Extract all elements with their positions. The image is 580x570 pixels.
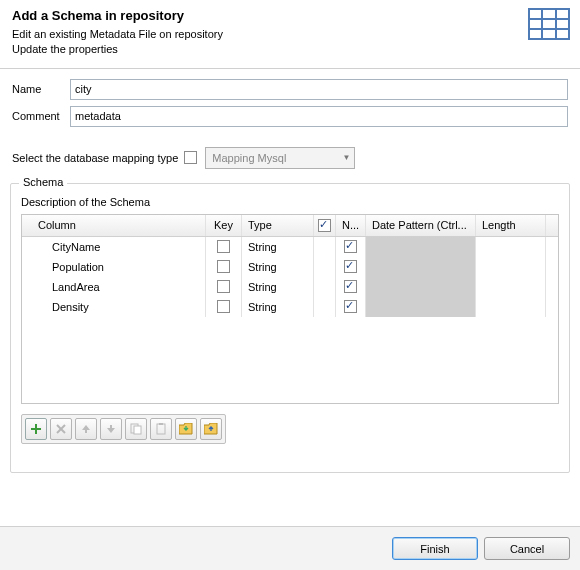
comment-label: Comment <box>12 110 70 122</box>
mapping-combo-value: Mapping Mysql <box>212 152 286 164</box>
cell-empty <box>314 277 336 297</box>
cancel-button[interactable]: Cancel <box>484 537 570 560</box>
schema-group: Schema Description of the Schema Column … <box>10 183 570 473</box>
mapping-label: Select the database mapping type <box>12 152 178 164</box>
cell-type: String <box>242 297 314 317</box>
comment-input[interactable] <box>70 106 568 127</box>
svg-rect-6 <box>31 428 41 430</box>
move-down-button[interactable] <box>100 418 122 440</box>
table-row[interactable]: CityName String <box>22 237 558 257</box>
dialog-footer: Finish Cancel <box>0 526 580 570</box>
import-button[interactable] <box>175 418 197 440</box>
cell-empty <box>314 237 336 257</box>
schema-description: Description of the Schema <box>21 196 559 208</box>
cell-column: LandArea <box>22 277 206 297</box>
table-header: Column Key Type N... Date Pattern (Ctrl.… <box>22 215 558 237</box>
svg-rect-12 <box>159 423 163 425</box>
dialog-subtitle-1: Edit an existing Metadata File on reposi… <box>12 27 568 42</box>
table-row[interactable]: Population String <box>22 257 558 277</box>
cell-key[interactable] <box>206 297 242 317</box>
dialog-subtitle-2: Update the properties <box>12 42 568 57</box>
col-header-n-check[interactable] <box>314 215 336 236</box>
cell-column: Population <box>22 257 206 277</box>
cell-type: String <box>242 237 314 257</box>
cell-key[interactable] <box>206 257 242 277</box>
svg-rect-10 <box>134 426 141 434</box>
name-input[interactable] <box>70 79 568 100</box>
cell-len[interactable] <box>476 257 546 277</box>
export-button[interactable] <box>200 418 222 440</box>
cell-type: String <box>242 277 314 297</box>
schema-toolbar <box>21 414 226 444</box>
grid-icon <box>528 8 570 40</box>
svg-rect-11 <box>157 424 165 434</box>
col-header-column[interactable]: Column <box>22 215 206 236</box>
cell-date[interactable] <box>366 257 476 277</box>
add-button[interactable] <box>25 418 47 440</box>
dialog-title: Add a Schema in repository <box>12 8 568 23</box>
cell-n[interactable] <box>336 257 366 277</box>
col-header-length[interactable]: Length <box>476 215 546 236</box>
col-header-date[interactable]: Date Pattern (Ctrl... <box>366 215 476 236</box>
cell-len[interactable] <box>476 297 546 317</box>
cell-column: Density <box>22 297 206 317</box>
cell-len[interactable] <box>476 277 546 297</box>
cell-key[interactable] <box>206 277 242 297</box>
cell-type: String <box>242 257 314 277</box>
table-row[interactable]: LandArea String <box>22 277 558 297</box>
col-header-n[interactable]: N... <box>336 215 366 236</box>
delete-button[interactable] <box>50 418 72 440</box>
svg-rect-0 <box>529 9 569 39</box>
mapping-combo[interactable]: Mapping Mysql ▼ <box>205 147 355 169</box>
cell-date[interactable] <box>366 277 476 297</box>
cell-date[interactable] <box>366 237 476 257</box>
cell-empty <box>314 257 336 277</box>
mapping-checkbox[interactable] <box>184 151 197 164</box>
cell-key[interactable] <box>206 237 242 257</box>
cell-len[interactable] <box>476 237 546 257</box>
name-label: Name <box>12 83 70 95</box>
col-header-key[interactable]: Key <box>206 215 242 236</box>
cell-column: CityName <box>22 237 206 257</box>
cell-n[interactable] <box>336 237 366 257</box>
schema-table: Column Key Type N... Date Pattern (Ctrl.… <box>21 214 559 404</box>
finish-button[interactable]: Finish <box>392 537 478 560</box>
col-header-type[interactable]: Type <box>242 215 314 236</box>
copy-button[interactable] <box>125 418 147 440</box>
cell-empty <box>314 297 336 317</box>
schema-legend: Schema <box>19 176 67 188</box>
cell-date[interactable] <box>366 297 476 317</box>
cell-n[interactable] <box>336 297 366 317</box>
move-up-button[interactable] <box>75 418 97 440</box>
table-row[interactable]: Density String <box>22 297 558 317</box>
chevron-down-icon: ▼ <box>342 153 350 162</box>
cell-n[interactable] <box>336 277 366 297</box>
paste-button[interactable] <box>150 418 172 440</box>
